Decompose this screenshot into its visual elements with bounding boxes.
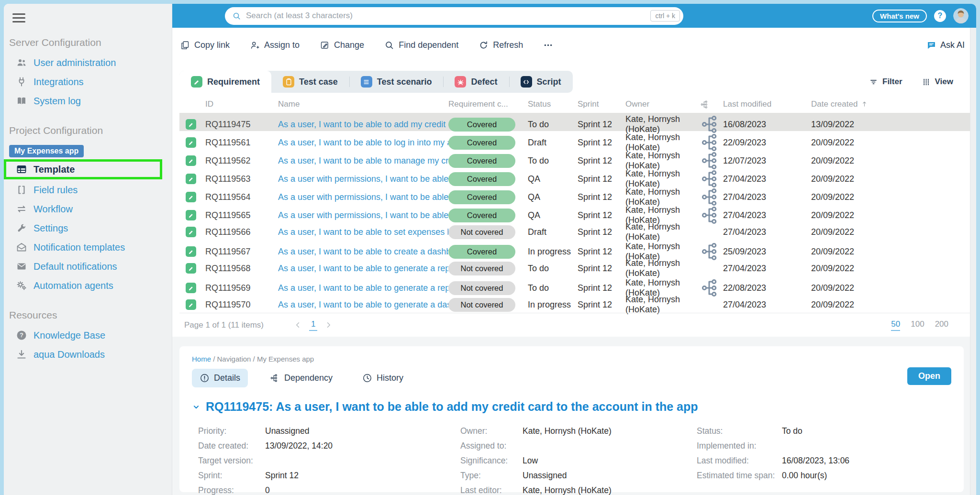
ask-ai-button[interactable]: Ask AI bbox=[926, 40, 965, 50]
column-header[interactable]: Date created bbox=[811, 99, 897, 109]
table-row[interactable]: RQ1119568 As a user, I want to be able t… bbox=[179, 258, 976, 276]
table-row[interactable]: RQ1119567 As a user, I want to be able t… bbox=[179, 240, 976, 258]
table-row[interactable]: RQ1119566 As a user, I want to be able t… bbox=[179, 222, 976, 240]
column-header[interactable]: Sprint bbox=[578, 99, 625, 109]
breadcrumb-home-link[interactable]: Home bbox=[192, 355, 211, 363]
table-row[interactable]: RQ1119561 As a user, I want to be able t… bbox=[179, 131, 976, 149]
column-header[interactable]: Status bbox=[528, 99, 578, 109]
field-label: Implemented in: bbox=[697, 441, 782, 451]
page-next-button[interactable] bbox=[324, 320, 333, 330]
table-row[interactable]: RQ1119564 As a user with permissions, I … bbox=[179, 186, 976, 204]
row-name-link[interactable]: As a user with permissions, I want to be… bbox=[278, 210, 448, 220]
sidebar-item-automation-agents[interactable]: Automation agents bbox=[4, 276, 172, 295]
sidebar-item-settings[interactable]: Settings bbox=[4, 219, 172, 238]
ask-ai-label: Ask AI bbox=[940, 40, 965, 50]
page-size-200[interactable]: 200 bbox=[935, 319, 948, 331]
sidebar-item-aqua-downloads[interactable]: aqua Downloads bbox=[4, 345, 172, 364]
whats-new-button[interactable]: What's new bbox=[872, 10, 927, 22]
breadcrumb-item: My Expenses app bbox=[257, 355, 314, 363]
sidebar-item-default-notifications[interactable]: Default notifications bbox=[4, 257, 172, 276]
row-last-modified: 27/04/2023 bbox=[723, 192, 811, 202]
users-icon bbox=[16, 57, 27, 68]
page-prev-button[interactable] bbox=[293, 320, 302, 330]
tab-defect[interactable]: Defect bbox=[443, 71, 509, 93]
page-size-50[interactable]: 50 bbox=[891, 319, 900, 331]
row-name-link[interactable]: As a user with permissions, I want to be… bbox=[278, 174, 448, 184]
row-name-link[interactable]: As a user with permissions, I want to be… bbox=[278, 192, 448, 202]
search-icon bbox=[232, 11, 241, 21]
book-icon bbox=[16, 95, 27, 107]
more-actions-button[interactable] bbox=[543, 40, 553, 50]
sidebar-item-notification-templates[interactable]: Notification templates bbox=[4, 238, 172, 257]
dependency-icon[interactable] bbox=[700, 240, 723, 263]
sort-ascending-icon[interactable] bbox=[860, 100, 869, 108]
row-name-link[interactable]: As a user, I want to be able to set expe… bbox=[278, 227, 448, 237]
sidebar-item-field-rules[interactable]: Field rules bbox=[4, 180, 172, 199]
detail-tab-history[interactable]: History bbox=[355, 369, 411, 387]
row-status: Draft bbox=[528, 227, 578, 237]
sidebar-item-user-administration[interactable]: User administration bbox=[4, 53, 172, 72]
vertical-scrollbar[interactable] bbox=[970, 28, 976, 495]
coverage-badge: Covered bbox=[448, 118, 515, 132]
breadcrumb-separator: / bbox=[253, 355, 255, 363]
row-id: RQ1119566 bbox=[205, 227, 278, 237]
change-button[interactable]: Change bbox=[320, 40, 364, 50]
sidebar-item-workflow[interactable]: Workflow bbox=[4, 199, 172, 219]
tab-test-case[interactable]: Test case bbox=[271, 71, 349, 93]
table-row[interactable]: RQ1119475 As a user, I want to be able t… bbox=[179, 113, 976, 131]
project-badge[interactable]: My Expenses app bbox=[9, 145, 84, 157]
sidebar-item-knowledge-base[interactable]: ? Knowledge Base bbox=[4, 326, 172, 345]
row-name-link[interactable]: As a user, I want to be able to add my c… bbox=[278, 120, 448, 130]
table-row[interactable]: RQ1119563 As a user with permissions, I … bbox=[179, 167, 976, 186]
row-name-link[interactable]: As a user, I want to be able to generate… bbox=[278, 264, 448, 274]
column-header[interactable]: Name bbox=[278, 99, 448, 109]
table-row[interactable]: RQ1119565 As a user with permissions, I … bbox=[179, 204, 976, 222]
collapse-chevron-icon[interactable] bbox=[192, 403, 200, 411]
row-name-link[interactable]: As a user, I want to be able to create a… bbox=[278, 247, 448, 257]
dependency-icon[interactable] bbox=[700, 276, 723, 299]
sidebar-item-template[interactable]: Template bbox=[4, 159, 162, 179]
view-button[interactable]: View bbox=[922, 77, 953, 87]
row-name-link[interactable]: As a user, I want to be able to generate… bbox=[278, 283, 448, 293]
column-header[interactable]: Requirement c... bbox=[448, 99, 528, 109]
tab-script[interactable]: Script bbox=[509, 71, 573, 93]
assign-to-button[interactable]: Assign to bbox=[250, 40, 300, 50]
page-number[interactable]: 1 bbox=[309, 319, 317, 331]
tab-requirement[interactable]: Requirement bbox=[179, 71, 271, 93]
open-button[interactable]: Open bbox=[907, 367, 951, 385]
tab-label: Test scenario bbox=[377, 77, 432, 87]
coverage-badge: Covered bbox=[448, 190, 515, 204]
help-button[interactable]: ? bbox=[934, 10, 946, 22]
script-icon bbox=[521, 76, 532, 88]
search-input[interactable]: Search (at least 3 characters) ctrl + k bbox=[225, 7, 683, 25]
dependency-icon[interactable] bbox=[700, 204, 723, 227]
row-status: To do bbox=[528, 283, 578, 293]
table-row[interactable]: RQ1119569 As a user, I want to be able t… bbox=[179, 276, 976, 295]
row-id: RQ1119564 bbox=[205, 192, 278, 202]
table-row[interactable]: RQ1119570 As a user, I want to be able t… bbox=[179, 295, 976, 313]
row-name-link[interactable]: As a user, I want to be able to manage m… bbox=[278, 156, 448, 166]
table-row[interactable]: RQ1119562 As a user, I want to be able t… bbox=[179, 149, 976, 167]
detail-tab-details[interactable]: Details bbox=[192, 369, 248, 387]
sidebar-item-integrations[interactable]: Integrations bbox=[4, 72, 172, 91]
coverage-badge: Not covered bbox=[448, 281, 515, 295]
copy-link-button[interactable]: Copy link bbox=[180, 40, 230, 50]
detail-tab-dependency[interactable]: Dependency bbox=[262, 369, 340, 387]
column-header[interactable]: Last modified bbox=[723, 99, 811, 109]
sidebar-item-system-log[interactable]: System log bbox=[4, 91, 172, 110]
menu-toggle-icon[interactable] bbox=[12, 13, 25, 22]
filter-button[interactable]: Filter bbox=[869, 77, 902, 87]
requirement-type-icon bbox=[186, 174, 196, 184]
tab-test-scenario[interactable]: Test scenario bbox=[349, 71, 444, 93]
row-sprint: Sprint 12 bbox=[578, 283, 625, 293]
refresh-button[interactable]: Refresh bbox=[479, 40, 523, 50]
row-name-link[interactable]: As a user, I want to be able to log in i… bbox=[278, 138, 448, 148]
find-dependent-button[interactable]: Find dependent bbox=[384, 40, 458, 50]
avatar[interactable] bbox=[953, 8, 969, 23]
row-name-link[interactable]: As a user, I want to be able to generate… bbox=[278, 300, 448, 310]
pencil_square-icon bbox=[320, 40, 330, 50]
page-size-100[interactable]: 100 bbox=[911, 319, 924, 331]
column-header[interactable]: Owner bbox=[625, 99, 700, 109]
wrench-icon bbox=[16, 222, 27, 234]
column-header[interactable]: ID bbox=[205, 99, 278, 109]
